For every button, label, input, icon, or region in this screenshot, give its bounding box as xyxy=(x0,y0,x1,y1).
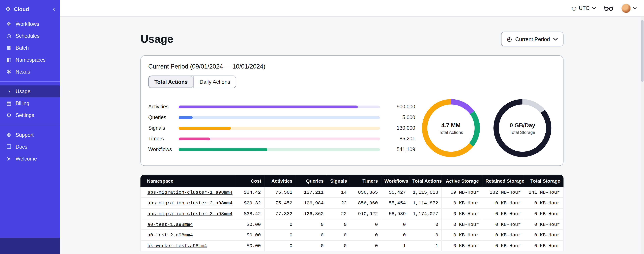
usage-bar-row: Signals130,000 xyxy=(148,123,415,134)
period-selector-label: Current Period xyxy=(515,36,550,42)
cell-cost: $0.00 xyxy=(235,219,264,230)
total-storage-value: 0 GB/Day xyxy=(510,122,535,128)
scrollbar[interactable] xyxy=(641,17,644,254)
cell-active-storage: 0 KB-Hour xyxy=(442,219,482,230)
timezone-selector[interactable]: ◷ UTC xyxy=(572,5,596,12)
topbar: ◷ UTC xyxy=(60,0,644,17)
namespace-link[interactable]: a0-test-2.a98mm4 xyxy=(148,232,193,238)
cell-namespace[interactable]: abs-migration-cluster-2.a98mm4 xyxy=(140,198,235,208)
cell-active-storage: 0 KB-Hour xyxy=(442,230,482,240)
chevron-down-icon xyxy=(592,7,596,10)
sidebar-item-support[interactable]: ⊚Support xyxy=(0,129,60,141)
tab-total-actions[interactable]: Total Actions xyxy=(149,76,194,88)
bar-value: 900,000 xyxy=(386,104,415,110)
cell-retained-storage: 0 KB-Hour xyxy=(482,198,524,208)
settings-icon: ⚙ xyxy=(6,112,12,118)
cell-namespace[interactable]: a0-test-1.a98mm4 xyxy=(140,219,235,230)
cell-total-storage: 0 KB-Hour xyxy=(524,240,563,251)
cell-cost: $0.00 xyxy=(235,230,264,240)
table-row: a0-test-1.a98mm4$0.000000000 KB-Hour0 KB… xyxy=(140,219,564,230)
bar-fill xyxy=(179,116,193,119)
user-menu[interactable] xyxy=(621,4,636,13)
cell-retained-storage: 0 KB-Hour xyxy=(482,219,524,230)
namespace-link[interactable]: abs-migration-cluster-3.a98mm4 xyxy=(148,211,232,216)
workflows-icon: ❖ xyxy=(6,21,12,27)
usage-bar-row: Timers85,201 xyxy=(148,133,415,144)
tab-daily-actions[interactable]: Daily Actions xyxy=(194,76,236,88)
cell-queries: 126,984 xyxy=(296,198,327,208)
sidebar-item-label: Billing xyxy=(16,100,29,106)
sidebar-item-batch[interactable]: ≣Batch xyxy=(0,42,60,54)
cell-activities: 0 xyxy=(264,240,296,251)
sidebar-item-nexus[interactable]: ✱Nexus xyxy=(0,66,60,78)
cell-timers: 0 xyxy=(350,219,381,230)
cell-total-storage: 0 KB-Hour xyxy=(524,198,563,208)
period-selector-button[interactable]: ◴ Current Period xyxy=(501,32,564,46)
sidebar-item-label: Namespaces xyxy=(16,57,46,62)
cell-workflows: 0 xyxy=(381,219,409,230)
cell-namespace[interactable]: bk-worker-test.a98mm4 xyxy=(140,240,235,251)
sidebar-item-schedules[interactable]: ◷Schedules xyxy=(0,30,60,42)
docs-icon: ❒ xyxy=(6,144,12,150)
bar-label: Workflows xyxy=(148,146,179,152)
bar-track xyxy=(179,148,380,151)
table-row: a0-test-2.a98mm4$0.000000000 KB-Hour0 KB… xyxy=(140,230,564,240)
cell-active-storage: 59 MB-Hour xyxy=(442,187,482,198)
bar-value: 85,201 xyxy=(386,136,415,142)
sidebar-item-label: Support xyxy=(16,132,34,138)
cell-signals: 0 xyxy=(327,240,350,251)
cell-timers: 0 xyxy=(350,230,381,240)
cell-active-storage: 0 KB-Hour xyxy=(442,208,482,219)
namespace-link[interactable]: abs-migration-cluster-2.a98mm4 xyxy=(148,200,232,206)
cell-cost: $38.42 xyxy=(235,208,264,219)
charts: Activities900,000Queries5,000Signals130,… xyxy=(148,97,556,159)
actions-bar-chart: Activities900,000Queries5,000Signals130,… xyxy=(148,101,415,155)
sidebar-item-label: Schedules xyxy=(16,33,40,39)
cell-cost: $29.32 xyxy=(235,198,264,208)
sidebar-item-billing[interactable]: ▤Billing xyxy=(0,97,60,109)
cell-signals: 22 xyxy=(327,208,350,219)
cell-timers: 0 xyxy=(350,240,381,251)
sidebar-item-usage[interactable]: ◔Usage xyxy=(0,86,60,97)
cell-queries: 0 xyxy=(296,219,327,230)
chevron-down-icon xyxy=(553,38,558,40)
cell-workflows: 0 xyxy=(381,230,409,240)
avatar xyxy=(621,4,631,13)
cell-workflows: 58,939 xyxy=(381,208,409,219)
column-header-namespace: Namespace xyxy=(140,175,235,187)
cell-queries: 126,862 xyxy=(296,208,327,219)
sidebar-collapse-button[interactable]: ‹ xyxy=(52,6,56,12)
table-row: abs-migration-cluster-1.a98mm4$34.4275,5… xyxy=(140,187,564,198)
sidebar-item-label: Docs xyxy=(16,144,27,150)
cell-namespace[interactable]: a0-test-2.a98mm4 xyxy=(140,230,235,240)
usage-bar-row: Workflows541,109 xyxy=(148,144,415,155)
usage-icon: ◔ xyxy=(6,89,12,94)
sidebar-item-namespaces[interactable]: ◧Namespaces xyxy=(0,54,60,66)
scrollbar-thumb[interactable] xyxy=(641,20,644,82)
chevron-down-icon xyxy=(633,7,636,10)
sidebar-item-workflows[interactable]: ❖Workflows xyxy=(0,18,60,30)
sidebar-item-welcome[interactable]: ➤Welcome xyxy=(0,153,60,164)
table-header-row: NamespaceCostActivitiesQueriesSignalsTim… xyxy=(140,175,564,187)
cell-total-actions: 1,114,872 xyxy=(409,198,442,208)
total-actions-donut: 4.7 MM Total Actions xyxy=(420,97,482,159)
timezone-label: UTC xyxy=(579,5,589,11)
cell-workflows: 55,427 xyxy=(381,187,409,198)
cell-namespace[interactable]: abs-migration-cluster-1.a98mm4 xyxy=(140,187,235,198)
cell-namespace[interactable]: abs-migration-cluster-3.a98mm4 xyxy=(140,208,235,219)
sidebar-item-docs[interactable]: ❒Docs xyxy=(0,141,60,153)
namespace-link[interactable]: a0-test-1.a98mm4 xyxy=(148,222,193,227)
cell-activities: 77,332 xyxy=(264,208,296,219)
column-header-workflows: Workflows xyxy=(381,175,409,187)
column-header-activities: Activities xyxy=(264,175,296,187)
cell-activities: 0 xyxy=(264,219,296,230)
column-header-active-storage: Active Storage xyxy=(442,175,482,187)
cell-activities: 75,452 xyxy=(264,198,296,208)
namespace-link[interactable]: abs-migration-cluster-1.a98mm4 xyxy=(148,190,232,195)
sidebar-item-settings[interactable]: ⚙Settings xyxy=(0,109,60,121)
cell-cost: $0.00 xyxy=(235,240,264,251)
cell-activities: 75,501 xyxy=(264,187,296,198)
cell-signals: 22 xyxy=(327,198,350,208)
namespace-link[interactable]: bk-worker-test.a98mm4 xyxy=(148,243,207,248)
glasses-icon[interactable] xyxy=(604,6,613,11)
